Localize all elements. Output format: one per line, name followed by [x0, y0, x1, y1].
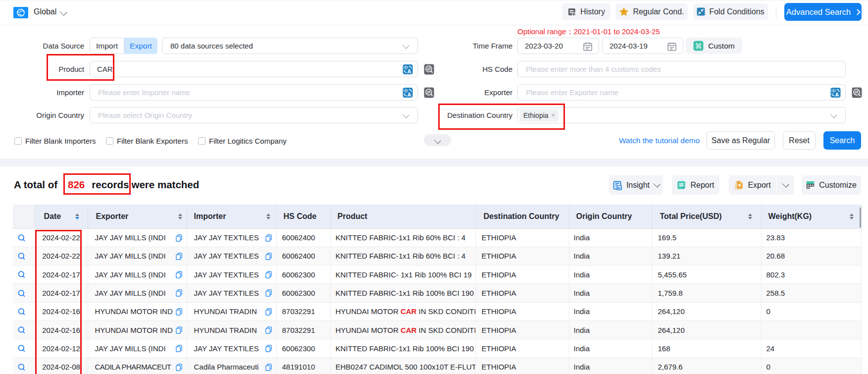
- svg-text:⌘: ⌘: [695, 42, 702, 50]
- svg-text:BI: BI: [617, 185, 621, 190]
- svg-text:A: A: [408, 68, 411, 74]
- svg-text:A: A: [835, 92, 839, 98]
- svg-text:A: A: [408, 92, 411, 98]
